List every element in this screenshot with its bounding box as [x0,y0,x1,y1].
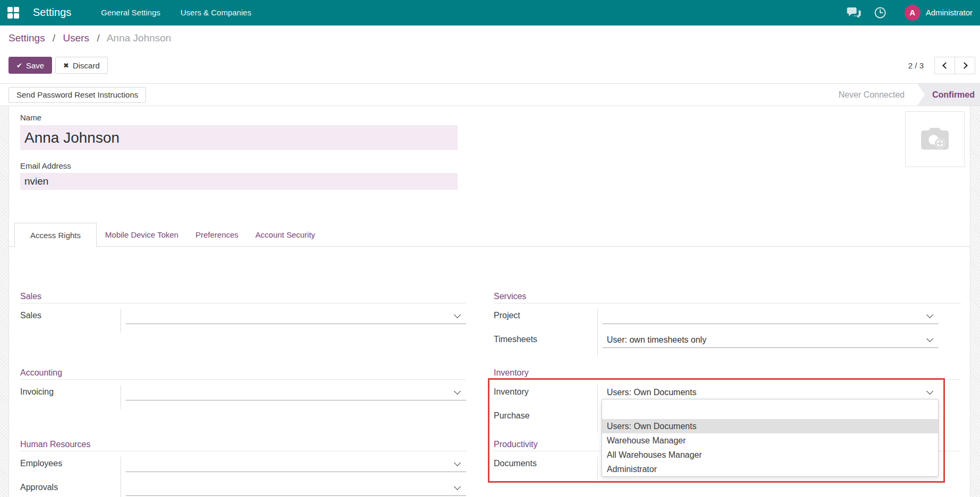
control-panel: ✔ Save ✖ Discard 2 / 3 [0,51,980,84]
activities-button[interactable] [874,6,887,19]
field-label: Timesheets [494,333,598,356]
inventory-dropdown: Users: Own Documents Warehouse Manager A… [601,399,939,477]
timesheets-select[interactable]: User: own timesheets only [603,333,939,348]
dropdown-option-all-warehouses-manager[interactable]: All Warehouses Manager [602,448,938,462]
field-label: Project [494,309,598,333]
dropdown-option-administrator[interactable]: Administrator [602,462,938,476]
menu-general-settings[interactable]: General Settings [101,8,160,17]
breadcrumb-current: Anna Johnson [107,32,171,43]
save-button[interactable]: ✔ Save [8,57,52,74]
name-label: Name [20,113,41,122]
field-row-timesheets: Timesheets User: own timesheets only [494,333,961,356]
field-label: Sales [20,309,121,333]
email-label: Email Address [20,161,71,170]
tab-preferences[interactable]: Preferences [187,223,247,247]
name-input[interactable]: Anna Johnson [20,125,458,150]
breadcrumb-bar: Settings / Users / Anna Johnson [0,25,980,51]
group-human-resources: Human Resources Employees Approvals [20,440,466,497]
menu-users-companies[interactable]: Users & Companies [180,8,251,17]
tab-mobile-device-token[interactable]: Mobile Device Token [97,223,187,247]
messages-button[interactable] [847,7,861,19]
navbar-right: A Administrator [834,5,973,21]
group-title-human-resources: Human Resources [20,440,466,451]
dropdown-option-users-own-documents[interactable]: Users: Own Documents [602,419,938,433]
group-title-accounting: Accounting [20,368,466,380]
breadcrumb: Settings / Users / Anna Johnson [8,32,171,44]
group-title-sales: Sales [20,292,466,303]
state-confirmed[interactable]: Confirmed [917,84,980,106]
group-title-services: Services [494,292,961,303]
apps-menu-button[interactable] [7,7,19,19]
discard-button-label: Discard [73,61,100,70]
chevron-down-icon [926,335,933,342]
pager-next-button[interactable] [955,57,975,74]
user-menu[interactable]: Administrator [926,8,973,17]
chevron-down-icon [926,388,933,395]
x-icon: ✖ [63,62,69,69]
chat-icon [847,7,861,19]
field-row-sales: Sales [20,309,466,333]
field-label: Approvals [20,481,121,497]
send-password-reset-button[interactable]: Send Password Reset Instructions [8,87,146,103]
group-sales: Sales Sales [20,292,466,333]
field-label: Inventory [494,385,598,409]
field-label: Employees [20,457,121,481]
chevron-down-icon [926,311,933,318]
chevron-down-icon [454,459,461,466]
user-avatar[interactable]: A [905,5,921,21]
statusbar-states: Never Connected Confirmed [832,84,980,106]
tab-access-rights[interactable]: Access Rights [14,223,97,247]
invoicing-select[interactable] [126,385,466,400]
status-bar: Send Password Reset Instructions Never C… [0,84,980,106]
email-input[interactable]: nvien [20,173,458,190]
field-label: Invoicing [20,385,121,409]
discard-button[interactable]: ✖ Discard [55,57,108,74]
clock-icon [874,6,887,19]
group-services: Services Project Timesheets User: own ti… [494,292,961,356]
field-row-project: Project [494,309,961,333]
field-row-employees: Employees [20,457,466,481]
apps-grid-icon [7,7,19,19]
sales-select[interactable] [126,309,466,324]
chevron-left-icon [942,62,949,69]
employees-select[interactable] [126,457,466,472]
field-label: Documents [494,457,598,481]
record-pager: 2 / 3 [908,57,975,74]
chevron-right-icon [961,62,968,69]
pager-count: 2 / 3 [908,61,924,70]
photo-upload-box[interactable] [905,111,965,167]
pager-buttons [934,57,975,74]
project-select[interactable] [603,309,939,324]
pager-previous-button[interactable] [934,57,955,74]
group-accounting: Accounting Invoicing [20,368,466,409]
top-navbar: Settings General Settings Users & Compan… [0,0,980,25]
inventory-select[interactable]: Users: Own Documents [603,385,939,400]
breadcrumb-settings[interactable]: Settings [8,32,45,43]
chevron-down-icon [454,311,461,318]
app-title[interactable]: Settings [33,6,71,19]
chevron-down-icon [454,388,461,395]
field-row-approvals: Approvals [20,481,466,497]
breadcrumb-separator: / [97,32,99,43]
check-icon: ✔ [16,62,22,69]
app-menus: General Settings Users & Companies [101,8,271,17]
breadcrumb-separator: / [53,32,55,43]
state-never-connected[interactable]: Never Connected [832,84,917,106]
dropdown-option-blank[interactable] [602,399,938,419]
field-row-invoicing: Invoicing [20,385,466,409]
breadcrumb-users[interactable]: Users [63,32,90,43]
approvals-select[interactable] [126,481,466,496]
field-label: Purchase [494,409,598,433]
group-title-inventory: Inventory [494,368,961,380]
navbar-left: Settings General Settings Users & Compan… [7,6,271,19]
chevron-down-icon [454,483,461,490]
tab-account-security[interactable]: Account Security [247,223,324,247]
notebook-tabs: Access Rights Mobile Device Token Prefer… [14,223,324,247]
camera-add-icon [917,125,952,154]
dropdown-option-warehouse-manager[interactable]: Warehouse Manager [602,433,938,448]
odoo-settings-window: Settings General Settings Users & Compan… [0,0,980,497]
save-button-label: Save [26,61,44,70]
